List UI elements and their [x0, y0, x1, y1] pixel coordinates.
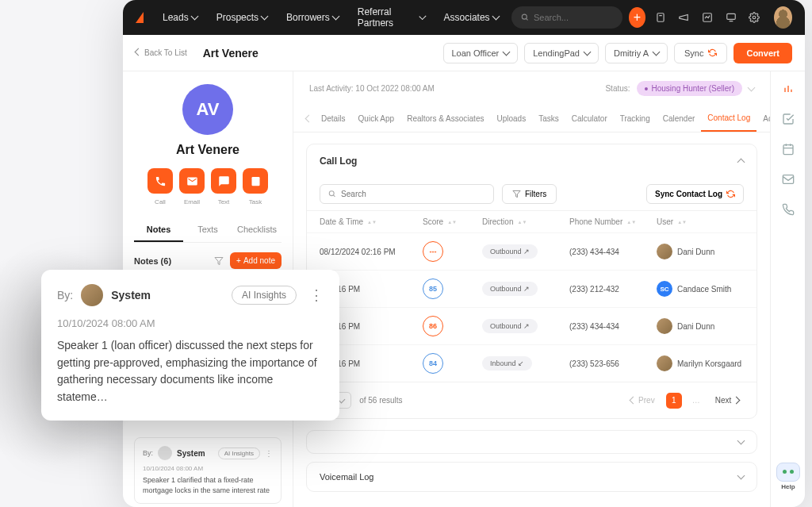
user-avatar[interactable] [774, 6, 792, 29]
text-button[interactable] [211, 168, 236, 194]
tab-quick-app[interactable]: Quick App [352, 106, 401, 131]
note-avatar [158, 446, 172, 460]
svg-point-10 [329, 191, 334, 196]
note-card[interactable]: By: System AI Insights ⋮ 10/10/2024 08:0… [134, 437, 282, 504]
svg-point-0 [522, 14, 527, 19]
ai-insights-pill[interactable]: AI Insights [218, 447, 260, 459]
col-datetime[interactable]: Date & Time▲▼ [320, 217, 423, 226]
help-label: Help [781, 483, 795, 490]
dmitriy-select[interactable]: Dmitriy A [605, 43, 668, 63]
direction-pill: Inbound ↙ [482, 356, 532, 371]
collapse-icon[interactable] [737, 159, 745, 167]
tab-notes[interactable]: Notes [134, 218, 183, 242]
tab-contact-log[interactable]: Contact Log [701, 106, 756, 132]
call-search-input[interactable] [341, 190, 485, 198]
filters-button[interactable]: Filters [502, 184, 557, 204]
chevron-down-icon [503, 48, 511, 56]
nav-borrowers[interactable]: Borrowers [280, 7, 345, 28]
add-button[interactable]: + [629, 7, 646, 28]
global-search[interactable] [511, 6, 622, 29]
tab-calendar[interactable]: Calender [657, 106, 702, 131]
chart-icon[interactable] [699, 7, 716, 28]
nav-referral-partners[interactable]: Referral Partners [351, 2, 431, 33]
direction-pill: Outbound ↗ [482, 244, 538, 259]
table-row[interactable]: 4 02:16 PM85Outbound ↗(233) 212-432SCCan… [307, 270, 756, 307]
chevron-down-icon [261, 13, 269, 21]
table-row[interactable]: 4 02:16 PM86Outbound ↗(233) 434-434Dani … [307, 307, 756, 344]
sync-button[interactable]: Sync [674, 43, 727, 63]
note-author: System [177, 449, 205, 458]
right-rail [770, 71, 805, 507]
content-tabs: Details Quick App Realtors & Associates … [293, 106, 770, 133]
search-icon [328, 190, 336, 198]
calendar-icon[interactable] [782, 143, 795, 156]
announce-icon[interactable] [676, 7, 693, 28]
tab-tracking[interactable]: Tracking [614, 106, 657, 131]
filter-icon [512, 190, 521, 198]
tab-details[interactable]: Details [315, 106, 352, 131]
score-badge: --- [423, 241, 443, 262]
nav-leads[interactable]: Leads [156, 7, 204, 28]
table-row[interactable]: 08/12/2024 02:16 PM---Outbound ↗(233) 43… [307, 232, 756, 270]
gear-icon[interactable] [745, 7, 763, 28]
lendingpad-select[interactable]: LendingPad [524, 43, 599, 63]
task-button[interactable] [243, 168, 268, 194]
ai-insights-button[interactable]: AI Insights [232, 286, 297, 305]
chevron-down-icon [737, 437, 745, 445]
stats-icon[interactable] [782, 83, 795, 95]
help-widget[interactable]: Help [774, 463, 802, 497]
user-avatar [657, 318, 672, 334]
sync-icon [708, 48, 717, 57]
filter-icon[interactable] [214, 256, 224, 266]
table-row[interactable]: 4 02:16 PM84Inbound ↙(233) 523-656Marily… [307, 344, 756, 382]
nav-prospects[interactable]: Prospects [210, 7, 274, 28]
more-icon[interactable]: ⋮ [265, 449, 273, 458]
col-user[interactable]: User▲▼ [657, 217, 770, 226]
table-header: Date & Time▲▼ Score▲▼ Direction▲▼ Phone … [307, 210, 756, 232]
tab-texts[interactable]: Texts [183, 218, 232, 242]
col-direction[interactable]: Direction▲▼ [482, 217, 569, 226]
add-note-button[interactable]: +Add note [230, 252, 282, 269]
phone-icon[interactable] [782, 203, 795, 216]
cell-phone: (233) 523-656 [569, 359, 657, 368]
mail-icon[interactable] [782, 173, 795, 186]
task-label: Task [243, 198, 268, 205]
monitor-icon[interactable] [722, 7, 740, 28]
tab-uploads[interactable]: Uploads [490, 106, 532, 131]
tab-tasks[interactable]: Tasks [532, 106, 565, 131]
notes-count: Notes (6) [134, 256, 171, 266]
chevron-down-icon[interactable] [748, 83, 756, 91]
bot-icon [776, 463, 800, 482]
call-button[interactable] [147, 168, 173, 194]
convert-button[interactable]: Convert [733, 43, 792, 63]
prev-button[interactable]: Prev [626, 394, 659, 407]
tab-activity-log[interactable]: Activity log [756, 106, 770, 131]
col-score[interactable]: Score▲▼ [423, 217, 482, 226]
tab-calculator[interactable]: Calculator [565, 106, 614, 131]
chevron-down-icon [331, 13, 339, 21]
search-input[interactable] [534, 13, 613, 22]
more-icon[interactable]: ⋮ [309, 286, 324, 304]
call-label: Call [147, 198, 173, 205]
cell-user: SCCandace Smith [657, 281, 770, 297]
call-log-search[interactable] [320, 184, 494, 204]
back-link[interactable]: Back To List [136, 48, 187, 57]
chevron-down-icon [419, 13, 426, 20]
voicemail-panel[interactable]: Voicemail Log [306, 462, 757, 492]
document-icon[interactable] [652, 7, 669, 28]
col-phone[interactable]: Phone Number▲▼ [569, 217, 657, 226]
sync-contact-log-button[interactable]: Sync Contact Log [646, 184, 744, 204]
loan-officer-select[interactable]: Loan Officer [443, 43, 519, 63]
next-button[interactable]: Next [710, 394, 744, 407]
page-1[interactable]: 1 [666, 393, 682, 409]
nav-associates[interactable]: Associates [438, 7, 505, 28]
collapsed-panel[interactable] [306, 430, 757, 454]
note-by-label: By: [143, 449, 153, 457]
checklist-icon[interactable] [782, 113, 795, 125]
status-badge[interactable]: Housing Hunter (Seller) [637, 81, 742, 96]
svg-marker-12 [513, 190, 520, 197]
tab-realtors[interactable]: Realtors & Associates [400, 106, 490, 131]
email-button[interactable] [179, 168, 205, 194]
tab-checklists[interactable]: Checklists [232, 218, 282, 242]
tabs-scroll-left[interactable] [303, 114, 315, 123]
